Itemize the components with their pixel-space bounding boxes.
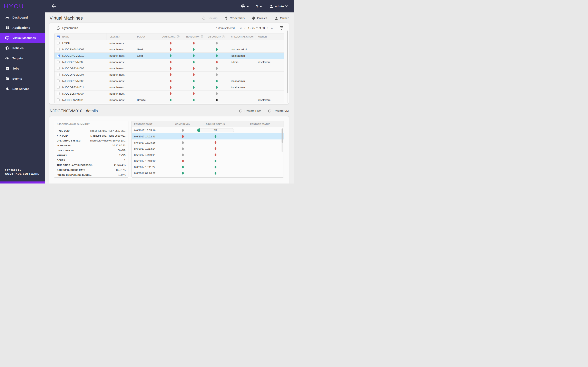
sidebar-item-events[interactable]: Events bbox=[0, 74, 45, 84]
help-menu[interactable]: ? bbox=[256, 4, 262, 8]
last-page-icon[interactable]: » bbox=[271, 26, 273, 30]
vm-table-row[interactable]: NJDCOPSVM008nutanix-nestlocal admin bbox=[54, 78, 284, 84]
synchronize-button[interactable]: Synchronize bbox=[56, 26, 78, 30]
user-menu[interactable]: admin bbox=[269, 4, 288, 8]
user-icon bbox=[269, 4, 274, 8]
backup-status-cell bbox=[194, 154, 237, 156]
restore-point-row[interactable]: 8/6/2017 17:59:14 bbox=[132, 152, 284, 158]
settings-menu[interactable] bbox=[241, 4, 249, 8]
vm-table-row[interactable]: NJDCENGVM009nutanix-nestGolddomain admin bbox=[54, 46, 284, 53]
next-page-icon[interactable]: › bbox=[267, 26, 268, 30]
vm-table-row[interactable]: NJDCOPSVM011nutanix-nestlocal admin bbox=[54, 84, 284, 91]
vm-table-row[interactable]: HYCUnutanix-nest bbox=[54, 40, 284, 46]
row-checkbox[interactable] bbox=[57, 99, 60, 101]
policies-button[interactable]: Policies bbox=[251, 16, 267, 20]
sidebar-item-jobs[interactable]: Jobs bbox=[0, 63, 45, 74]
summary-row: BACKUP SUCCESS RATE86.21 % bbox=[57, 167, 126, 173]
column-header-compliancy[interactable]: COMPLIAN...? bbox=[159, 33, 182, 40]
restore-vm-label: Restore VM bbox=[274, 109, 289, 113]
user-name: admin bbox=[275, 5, 284, 8]
restore-files-button[interactable]: Restore Files bbox=[239, 109, 261, 113]
credentials-button[interactable]: Credentials bbox=[224, 16, 245, 20]
vm-table-card: Synchronize 1 item selected « ‹ 1 - 25 o… bbox=[49, 23, 289, 104]
compliancy-dot-red bbox=[170, 42, 172, 44]
column-header-cluster[interactable]: CLUSTER bbox=[107, 33, 134, 40]
vm-table-row[interactable]: NJDCOPSVM007nutanix-nest bbox=[54, 72, 284, 78]
vm-table-scrollbar[interactable] bbox=[287, 30, 288, 103]
row-checkbox[interactable] bbox=[57, 92, 60, 95]
vm-toolbar: Backup Credentials Policies bbox=[202, 16, 289, 20]
help-icon[interactable]: ? bbox=[177, 35, 180, 38]
vm-table-row[interactable]: ✓NJDCENGVM010nutanix-nestGoldlocal admin bbox=[54, 53, 284, 59]
vm-table-row[interactable]: NJDCSLSVM001nutanix-nestBronzectsoftware bbox=[54, 97, 284, 103]
sidebar-item-dashboard[interactable]: Dashboard bbox=[0, 12, 45, 23]
restore-point-row[interactable]: 8/6/2017 16:40:12 bbox=[132, 158, 284, 164]
column-header-backup-status[interactable]: BACKUP STATUS bbox=[194, 123, 237, 125]
column-header-restore-status[interactable]: RESTORE STATUS bbox=[237, 123, 284, 125]
sidebar-item-applications[interactable]: Applications bbox=[0, 23, 45, 33]
first-page-icon[interactable]: « bbox=[240, 26, 242, 30]
vm-policy: Gold bbox=[134, 48, 159, 51]
compliancy-dot-red bbox=[182, 135, 184, 138]
page-title: Virtual Machines bbox=[50, 16, 83, 21]
scrollbar-thumb[interactable] bbox=[287, 31, 288, 93]
vm-name: NJDCSLSVM001 bbox=[62, 99, 107, 101]
summary-label: IP ADDRESS bbox=[57, 144, 71, 147]
vm-credential-group: domain admin bbox=[228, 48, 255, 51]
row-checkbox[interactable] bbox=[57, 86, 60, 89]
filter-icon[interactable] bbox=[280, 26, 283, 30]
compliancy-dot-gray bbox=[182, 147, 184, 150]
row-checkbox[interactable] bbox=[57, 48, 60, 51]
restore-vm-button[interactable]: Restore VM bbox=[268, 109, 289, 113]
row-checkbox[interactable] bbox=[57, 42, 60, 44]
compliancy-dot-red bbox=[170, 80, 172, 82]
summary-value: 1 bbox=[124, 159, 126, 162]
vm-table-row[interactable]: NJDCOPSVM005nutanix-nestadminctsoftware bbox=[54, 59, 284, 65]
vm-table-row[interactable]: NJDCSLSVM000nutanix-nest bbox=[54, 91, 284, 97]
column-header-policy[interactable]: POLICY bbox=[134, 33, 159, 40]
credentials-label: Credentials bbox=[230, 17, 245, 20]
backup-button[interactable]: Backup bbox=[202, 16, 217, 20]
restore-point-row[interactable]: 8/6/2017 18:28:26 bbox=[132, 140, 284, 146]
row-checkbox[interactable] bbox=[57, 67, 60, 70]
sidebar-item-virtual-machines[interactable]: Virtual Machines bbox=[0, 33, 45, 43]
summary-label: NTX UUID bbox=[57, 134, 68, 137]
summary-value: 41min 43s bbox=[114, 164, 126, 167]
sidebar-item-self-service[interactable]: Self-Service bbox=[0, 84, 45, 94]
back-button[interactable] bbox=[51, 3, 57, 10]
column-header-discovery[interactable]: DISCOVERY? bbox=[205, 33, 228, 40]
restore-point-row[interactable]: 8/6/2017 13:11:22 bbox=[132, 164, 284, 170]
row-checkbox[interactable] bbox=[57, 80, 60, 82]
sidebar-item-targets[interactable]: Targets bbox=[0, 53, 45, 63]
column-header-owner[interactable]: OWNER bbox=[255, 33, 284, 40]
row-checkbox[interactable] bbox=[57, 60, 60, 63]
sidebar-item-policies[interactable]: Policies bbox=[0, 43, 45, 53]
row-checkbox-cell bbox=[54, 99, 62, 101]
row-checkbox[interactable] bbox=[57, 73, 60, 76]
column-header-protection[interactable]: PROTECTION? bbox=[182, 33, 205, 40]
column-header-restore-point[interactable]: RESTORE POINT bbox=[132, 123, 172, 125]
restore-point-row[interactable]: 8/6/2017 18:13:24 bbox=[132, 146, 284, 152]
vm-summary-panel: NJDCENGVM010 SUMMARY HYCU UUIDebe1b485-f… bbox=[54, 121, 129, 178]
select-all-checkbox[interactable] bbox=[57, 35, 60, 38]
vm-cluster: nutanix-nest bbox=[107, 86, 134, 89]
restore-table-scrollbar[interactable] bbox=[282, 128, 283, 152]
powered-by: POWERED BY COMTRADE SOFTWARE bbox=[5, 169, 39, 175]
restore-point-row[interactable]: 9/6/2017 15:05:167% bbox=[132, 127, 284, 133]
row-checkbox[interactable]: ✓ bbox=[57, 54, 60, 57]
vm-table-row[interactable]: NJDCOPSVM006nutanix-nest bbox=[54, 65, 284, 72]
prev-page-icon[interactable]: ‹ bbox=[244, 26, 246, 30]
summary-row: CORES1 bbox=[57, 158, 126, 163]
restore-point-row[interactable]: 8/6/2017 09:26:22 bbox=[132, 170, 284, 176]
scrollbar-thumb[interactable] bbox=[282, 128, 283, 143]
help-icon[interactable]: ? bbox=[222, 35, 225, 38]
help-icon[interactable]: ? bbox=[201, 35, 203, 38]
row-checkbox-cell bbox=[54, 60, 62, 63]
row-checkbox-cell bbox=[54, 86, 62, 89]
owner-button[interactable]: Owner bbox=[274, 16, 289, 20]
column-header-name[interactable]: NAME bbox=[62, 33, 107, 40]
column-header-compliancy[interactable]: COMPLIANCY bbox=[172, 123, 194, 125]
restore-point-row[interactable]: 9/6/2017 14:22:43 bbox=[132, 133, 284, 140]
page-range-dropdown[interactable]: 1 - 25 of 33 bbox=[248, 26, 265, 30]
column-header-credential-group[interactable]: CREDENTIAL GROUP bbox=[228, 33, 255, 40]
